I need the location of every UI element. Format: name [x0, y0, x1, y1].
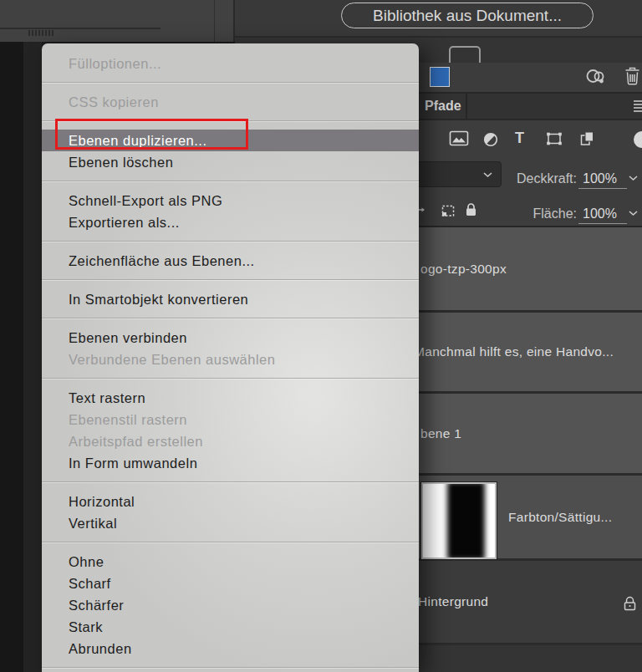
- menu-item-ebenenstil-rastern: Ebenenstil rastern: [42, 409, 419, 430]
- layer-name: bene 1: [420, 426, 461, 441]
- menu-item-horizontal[interactable]: Horizontal: [42, 491, 419, 512]
- panel-grip-texture: [28, 30, 55, 36]
- menu-item-fülloptionen: Fülloptionen...: [42, 53, 419, 74]
- menu-item-stark[interactable]: Stark: [42, 616, 419, 638]
- layer-name: Hintergrund: [418, 594, 488, 609]
- trash-icon[interactable]: [624, 66, 641, 86]
- lock-icon: [623, 595, 637, 612]
- creative-cloud-icon[interactable]: [585, 66, 606, 87]
- opacity-value[interactable]: 100%: [583, 171, 617, 186]
- library-button-label: Bibliothek aus Dokument...: [373, 7, 562, 25]
- dark-background-strip: [23, 42, 42, 672]
- chevron-down-icon: [483, 172, 492, 178]
- fill-underline: [578, 223, 627, 224]
- panel-edge-line: [0, 28, 160, 29]
- artboard-lock-icon[interactable]: [441, 204, 456, 218]
- layer-name: Manchmal hilft es, eine Handvo...: [414, 344, 614, 359]
- opacity-underline: [578, 188, 627, 189]
- menu-item-in-smartobjekt-konvertieren[interactable]: In Smartobjekt konvertieren: [42, 288, 419, 310]
- menu-item-css-kopieren: CSS kopieren: [42, 91, 419, 113]
- library-from-document-button[interactable]: Bibliothek aus Dokument...: [341, 3, 594, 28]
- menu-item-arbeitspfad-erstellen: Arbeitspfad erstellen: [42, 430, 419, 452]
- menu-item-abrunden[interactable]: Abrunden: [42, 638, 419, 659]
- tab-divider-line: [466, 94, 467, 119]
- layer-name: Farbton/Sättigu...: [508, 510, 612, 525]
- adjustment-filter-icon[interactable]: [482, 131, 499, 148]
- lock-all-icon[interactable]: [464, 201, 478, 217]
- partial-toggle-icon[interactable]: [634, 131, 642, 148]
- annotation-highlight-box: [55, 119, 248, 150]
- partial-toolbar-button-icon[interactable]: [449, 46, 481, 63]
- layer-mask-thumbnail[interactable]: [421, 482, 497, 559]
- opacity-label: Deckkraft:: [502, 171, 577, 186]
- shape-filter-icon[interactable]: [545, 131, 563, 146]
- menu-item-schärfer[interactable]: Schärfer: [42, 594, 419, 616]
- panel-divider-line: [214, 0, 215, 42]
- smart-object-filter-icon[interactable]: [578, 130, 595, 146]
- menu-item-in-form-umwandeln[interactable]: In Form umwandeln: [42, 452, 419, 474]
- menu-item-scharf[interactable]: Scharf: [42, 573, 419, 594]
- menu-separator: [42, 667, 419, 668]
- menu-item-exportieren-als[interactable]: Exportieren als...: [42, 211, 419, 233]
- menu-item-ebenen-löschen[interactable]: Ebenen löschen: [42, 151, 419, 173]
- panel-menu-icon[interactable]: [634, 99, 642, 113]
- menu-item-schnell-export-als-png[interactable]: Schnell-Export als PNG: [42, 190, 419, 211]
- menu-item-vertikal[interactable]: Vertikal: [42, 512, 419, 534]
- menu-item-ohne[interactable]: Ohne: [42, 551, 419, 573]
- chevron-down-icon[interactable]: [629, 176, 638, 181]
- menu-item-text-rastern[interactable]: Text rastern: [42, 387, 419, 409]
- menu-item-zeichenfläche-aus-ebenen[interactable]: Zeichenfläche aus Ebenen...: [42, 250, 419, 272]
- image-filter-icon[interactable]: [449, 130, 469, 146]
- dark-background-strip: [0, 42, 23, 672]
- color-swatch[interactable]: [430, 67, 450, 87]
- tab-pfade[interactable]: Pfade: [425, 94, 461, 119]
- menu-item-verbundene-ebenen-auswählen: Verbundene Ebenen auswählen: [42, 349, 419, 370]
- menu-item-ebenen-verbinden[interactable]: Ebenen verbinden: [42, 327, 419, 349]
- type-filter-icon[interactable]: T: [515, 130, 524, 147]
- top-toolbar-band: Bibliothek aus Dokument...: [235, 0, 642, 36]
- fill-label: Fläche:: [502, 206, 577, 221]
- layer-name: ogo-tzp-300px: [420, 262, 507, 277]
- fill-value[interactable]: 100%: [583, 206, 617, 221]
- chevron-down-icon[interactable]: [629, 211, 638, 216]
